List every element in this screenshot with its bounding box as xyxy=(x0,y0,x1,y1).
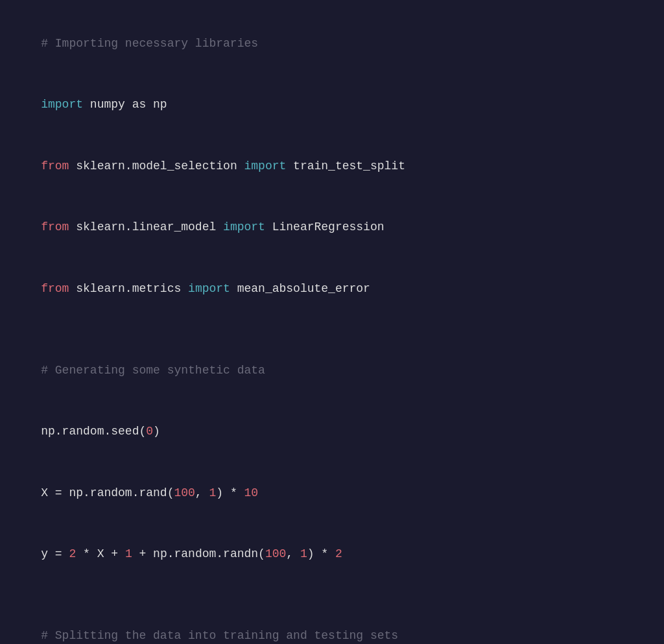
number-10: 10 xyxy=(244,486,259,499)
keyword-import: import xyxy=(41,98,83,111)
code-line-10: # Splitting the data into training and t… xyxy=(13,606,651,645)
code-line-5: from sklearn.metrics import mean_absolut… xyxy=(13,258,651,320)
code-text: mean_absolute_error xyxy=(230,282,370,295)
keyword-from-3: from xyxy=(41,282,69,295)
code-line-1: # Importing necessary libraries xyxy=(13,13,651,75)
code-text: X = np.random.rand( xyxy=(41,486,174,499)
code-editor: # Importing necessary libraries import n… xyxy=(0,0,664,644)
code-text: ) * xyxy=(216,486,244,499)
comment-2: # Generating some synthetic data xyxy=(41,364,265,377)
code-text: ) xyxy=(153,425,160,438)
number-0: 0 xyxy=(146,425,153,438)
code-text: numpy xyxy=(83,98,132,111)
code-line-7: np.random.seed(0) xyxy=(13,401,651,463)
code-text: train_test_split xyxy=(286,160,405,173)
code-line-4: from sklearn.linear_model import LinearR… xyxy=(13,197,651,259)
number-2a: 2 xyxy=(69,547,76,560)
keyword-import-3: import xyxy=(223,221,265,233)
code-text: sklearn.model_selection xyxy=(69,160,244,173)
code-line-2: import numpy as np xyxy=(13,75,651,136)
code-line-3: from sklearn.model_selection import trai… xyxy=(13,136,651,197)
code-text: ) * xyxy=(307,547,335,560)
code-text: sklearn.metrics xyxy=(69,282,188,295)
keyword-import-2: import xyxy=(244,160,286,173)
number-1c: 1 xyxy=(300,547,307,560)
keyword-from-1: from xyxy=(41,160,69,173)
code-line-8: X = np.random.rand(100, 1) * 10 xyxy=(13,462,651,524)
code-text: np xyxy=(146,98,167,111)
number-100a: 100 xyxy=(174,486,195,499)
comment-1: # Importing necessary libraries xyxy=(41,37,258,50)
code-line-9: y = 2 * X + 1 + np.random.randn(100, 1) … xyxy=(13,524,651,586)
code-line-6: # Generating some synthetic data xyxy=(13,340,651,401)
comment-3: # Splitting the data into training and t… xyxy=(41,629,398,642)
number-1a: 1 xyxy=(209,486,216,499)
number-1b: 1 xyxy=(125,547,132,560)
code-text: sklearn.linear_model xyxy=(69,221,223,233)
keyword-import-4: import xyxy=(188,282,230,295)
code-text: , xyxy=(286,547,300,560)
keyword-from-2: from xyxy=(41,221,69,233)
blank-line-1 xyxy=(13,320,651,340)
code-text: * X + xyxy=(76,547,125,560)
code-text: , xyxy=(195,486,209,499)
code-text: LinearRegression xyxy=(265,221,385,233)
number-100b: 100 xyxy=(265,547,286,560)
code-text: y = xyxy=(41,547,69,560)
code-text: + np.random.randn( xyxy=(132,547,265,560)
code-text: np.random.seed( xyxy=(41,425,146,438)
code-text: as xyxy=(132,98,147,111)
number-2b: 2 xyxy=(335,547,342,560)
blank-line-2 xyxy=(13,585,651,606)
